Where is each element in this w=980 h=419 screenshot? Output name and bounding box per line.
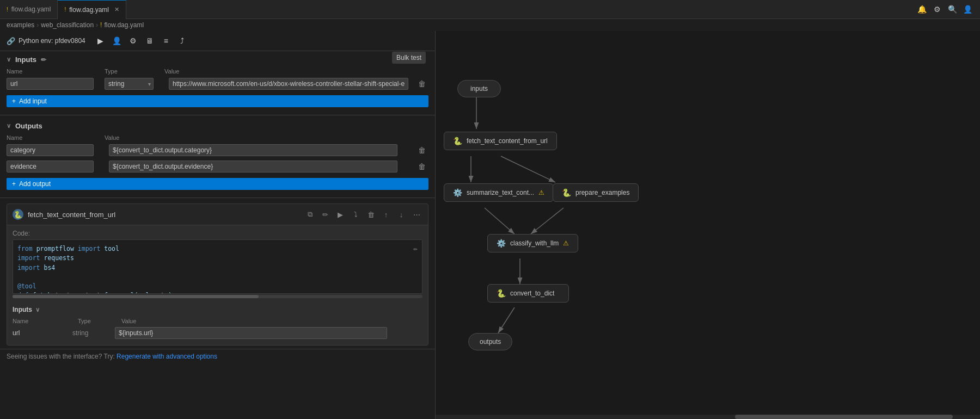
tab2-close-icon[interactable]: ✕ bbox=[114, 6, 119, 13]
person-icon[interactable]: 👤 bbox=[961, 3, 973, 15]
node-title: fetch_text_content_from_url bbox=[28, 211, 299, 219]
tab-bar: ! flow.dag.yaml ! flow.dag.yaml ✕ 🔔 ⚙ 🔍 … bbox=[0, 0, 980, 19]
graph-node-outputs[interactable]: outputs bbox=[468, 333, 512, 350]
code-scrollbar[interactable] bbox=[13, 295, 422, 298]
graph-node-summarize[interactable]: ⚙️ summarize_text_cont... ⚠ bbox=[444, 183, 554, 202]
output-category-delete-btn[interactable]: 🗑 bbox=[415, 144, 428, 157]
input-delete-btn[interactable]: 🗑 bbox=[415, 77, 428, 90]
inputs-col-value: Value bbox=[164, 68, 428, 75]
tab2-label: flow.dag.yaml bbox=[69, 6, 109, 14]
graph-node-classify[interactable]: ⚙️ classify_with_llm ⚠ bbox=[487, 234, 578, 252]
node-edit-icon[interactable]: ✏ bbox=[319, 208, 331, 220]
node-run-output-icon[interactable]: ⤵ bbox=[350, 208, 362, 220]
breadcrumb-file[interactable]: flow.dag.yaml bbox=[104, 21, 144, 29]
output-name-evidence[interactable] bbox=[7, 161, 94, 172]
summarize-label: summarize_text_cont... bbox=[467, 189, 534, 196]
ni-col-type-header: Type bbox=[78, 318, 121, 324]
bell-icon[interactable]: 🔔 bbox=[916, 3, 928, 15]
inputs-section-header: ∨ Inputs ✏ bbox=[0, 51, 435, 67]
graph-node-convert[interactable]: 🐍 convert_to_dict bbox=[487, 284, 569, 303]
search-icon[interactable]: 🔍 bbox=[946, 3, 958, 15]
node-inputs-title: Inputs bbox=[13, 306, 32, 313]
ni-value-url[interactable] bbox=[115, 327, 387, 339]
breadcrumb-sep1: › bbox=[36, 21, 39, 29]
bottom-scrollbar[interactable] bbox=[436, 415, 980, 419]
node-inputs-chevron-icon: ∨ bbox=[35, 306, 40, 313]
input-type-select[interactable]: string int bool bbox=[105, 78, 154, 90]
settings-icon[interactable]: ⚙ bbox=[931, 3, 943, 15]
add-output-button[interactable]: + Add output bbox=[7, 178, 428, 190]
graph-arrows-svg bbox=[436, 31, 980, 419]
inputs-edit-icon[interactable]: ✏ bbox=[41, 56, 46, 64]
breadcrumb-web-class[interactable]: web_classification bbox=[41, 21, 94, 29]
inputs-chevron-icon[interactable]: ∨ bbox=[7, 56, 11, 63]
code-editor: from promptflow import tool import reque… bbox=[13, 239, 422, 294]
outputs-chevron-icon[interactable]: ∨ bbox=[7, 122, 11, 130]
convert-label: convert_to_dict bbox=[510, 289, 554, 297]
add-input-button[interactable]: + Add input bbox=[7, 95, 428, 107]
tab-1[interactable]: ! flow.dag.yaml bbox=[0, 0, 58, 19]
node-copy-icon[interactable]: ⧉ bbox=[304, 208, 316, 220]
code-content: from promptflow import tool import reque… bbox=[17, 244, 418, 294]
output-value-evidence[interactable] bbox=[109, 161, 397, 172]
code-scrollbar-thumb bbox=[13, 295, 259, 298]
classify-label: classify_with_llm bbox=[510, 239, 559, 247]
add-output-plus-icon: + bbox=[12, 180, 16, 188]
tab2-warn-icon: ! bbox=[64, 7, 66, 13]
monitor-icon[interactable]: 🖥 bbox=[143, 34, 156, 47]
code-label: Code: bbox=[13, 230, 422, 237]
run-icon[interactable]: ▶ bbox=[94, 34, 107, 47]
output-row-evidence: 🗑 bbox=[0, 158, 435, 175]
node-up-icon[interactable]: ↑ bbox=[380, 208, 392, 220]
node-python-icon: 🐍 bbox=[13, 209, 23, 220]
classify-warn-icon: ⚠ bbox=[563, 239, 569, 247]
tab1-warn-icon: ! bbox=[7, 7, 8, 13]
graph-node-prepare[interactable]: 🐍 prepare_examples bbox=[553, 183, 639, 202]
node-down-icon[interactable]: ↓ bbox=[395, 208, 407, 220]
breadcrumb: examples › web_classification › ! flow.d… bbox=[0, 19, 980, 31]
person-flow-icon[interactable]: 👤 bbox=[111, 34, 124, 47]
bottom-scrollbar-thumb bbox=[735, 415, 953, 419]
right-panel: inputs 🐍 fetch_text_content_from_url ⚙️ … bbox=[436, 31, 980, 419]
output-name-category[interactable] bbox=[7, 144, 94, 156]
export-icon[interactable]: ⤴ bbox=[176, 34, 189, 47]
input-name-url[interactable] bbox=[7, 78, 94, 90]
breadcrumb-sep2: › bbox=[96, 21, 98, 29]
output-value-category[interactable] bbox=[109, 144, 397, 156]
inputs-col-type: Type bbox=[105, 68, 164, 75]
issues-bar: Seeing issues with the interface? Try: R… bbox=[0, 349, 435, 363]
outputs-col-value: Value bbox=[105, 134, 428, 141]
breadcrumb-examples[interactable]: examples bbox=[7, 21, 34, 29]
node-inputs-header[interactable]: Inputs ∨ bbox=[7, 303, 428, 317]
svg-line-5 bbox=[531, 208, 564, 234]
node-input-table-header: Name Type Value bbox=[7, 317, 428, 325]
tab-2[interactable]: ! flow.dag.yaml ✕ bbox=[58, 0, 126, 19]
gear-flow-icon[interactable]: ⚙ bbox=[127, 34, 140, 47]
node-delete-icon[interactable]: 🗑 bbox=[365, 208, 377, 220]
fetch-text-icon: 🐍 bbox=[453, 137, 462, 145]
outputs-title: Outputs bbox=[15, 122, 42, 130]
outputs-section-header: ∨ Outputs bbox=[0, 118, 435, 133]
regenerate-link[interactable]: Regenerate with advanced options bbox=[117, 353, 217, 360]
ni-name-url: url bbox=[13, 329, 72, 337]
python-env-icon: 🔗 bbox=[7, 37, 15, 45]
list-icon[interactable]: ≡ bbox=[160, 34, 173, 47]
node-run-icon[interactable]: ▶ bbox=[334, 208, 346, 220]
left-panel: 🔗 Python env: pfdev0804 ▶ 👤 ⚙ 🖥 ≡ ⤴ Bulk… bbox=[0, 31, 436, 419]
python-env: 🔗 Python env: pfdev0804 bbox=[7, 37, 85, 45]
flow-toolbar: 🔗 Python env: pfdev0804 ▶ 👤 ⚙ 🖥 ≡ ⤴ Bulk… bbox=[0, 31, 435, 51]
output-evidence-delete-btn[interactable]: 🗑 bbox=[415, 160, 428, 173]
add-input-plus-icon: + bbox=[12, 97, 16, 105]
classify-icon: ⚙️ bbox=[497, 239, 506, 248]
svg-line-7 bbox=[498, 307, 514, 333]
svg-line-4 bbox=[485, 208, 514, 234]
input-value-url[interactable] bbox=[169, 78, 408, 90]
node-more-icon[interactable]: ⋯ bbox=[411, 208, 422, 220]
toolbar-right: 🔔 ⚙ 🔍 👤 bbox=[916, 3, 980, 15]
bulk-test-tooltip: Bulk test bbox=[392, 52, 426, 64]
convert-icon: 🐍 bbox=[497, 289, 506, 298]
graph-node-inputs[interactable]: inputs bbox=[457, 80, 501, 97]
issues-text: Seeing issues with the interface? Try: bbox=[7, 353, 117, 360]
graph-node-fetch-text[interactable]: 🐍 fetch_text_content_from_url bbox=[444, 132, 557, 150]
code-editor-edit-icon[interactable]: ✏ bbox=[413, 244, 418, 252]
